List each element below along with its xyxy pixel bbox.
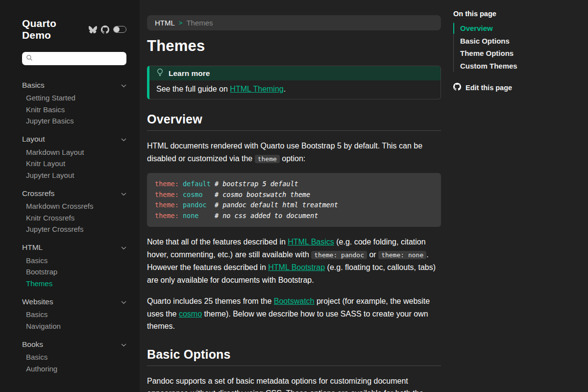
inline-link[interactable]: HTML Bootstrap [268, 263, 325, 271]
chevron-down-icon[interactable] [121, 189, 126, 198]
sidebar-nav: Basics Getting Started Knitr Basics Jupy… [22, 79, 126, 374]
section-heading-overview: Overview [147, 112, 441, 131]
chevron-down-icon[interactable] [121, 297, 126, 306]
section-label: Websites [22, 297, 53, 306]
sidebar-item-themes[interactable]: Themes [26, 278, 126, 290]
toc-item-custom-themes[interactable]: Custom Themes [454, 60, 583, 73]
section-label: Crossrefs [22, 189, 54, 198]
breadcrumb-current: Themes [186, 19, 213, 27]
brand-icons [89, 25, 126, 34]
sidebar-item-knitr-crossrefs[interactable]: Knitr Crossrefs [26, 212, 126, 224]
search-input[interactable] [36, 54, 124, 63]
section-items: Markdown Crossrefs Knitr Crossrefs Jupyt… [26, 200, 126, 235]
sidebar-section-html-header[interactable]: HTML [22, 242, 126, 254]
toc-item-basic-options[interactable]: Basic Options [454, 35, 583, 48]
left-sidebar: Quarto Demo Basics Getting Started Kn [0, 0, 140, 392]
sidebar-item-markdown-layout[interactable]: Markdown Layout [26, 147, 126, 158]
sidebar-item-jupyter-layout[interactable]: Jupyter Layout [26, 170, 126, 181]
chevron-down-icon[interactable] [121, 340, 126, 349]
sidebar-section-books: Books Basics Authoring [22, 338, 126, 374]
sidebar-section-basics: Basics Getting Started Knitr Basics Jupy… [22, 79, 126, 127]
section-items: Basics Authoring [26, 351, 126, 374]
sidebar-item-jupyter-crossrefs[interactable]: Jupyter Crossrefs [26, 223, 126, 235]
inline-link[interactable]: HTML Basics [288, 238, 334, 246]
sidebar-item-knitr-layout[interactable]: Knitr Layout [26, 158, 126, 170]
lightbulb-icon [156, 68, 164, 78]
callout-body: See the full guide on HTML Theming. [149, 80, 441, 99]
toc-item-overview[interactable]: Overview [454, 22, 583, 35]
code-line: theme: default # bootstrap 5 default [155, 179, 433, 190]
search-box[interactable] [22, 52, 126, 65]
toc-item-theme-options[interactable]: Theme Options [454, 47, 583, 60]
sidebar-item-bootstrap[interactable]: Bootstrap [26, 266, 126, 278]
section-label: Layout [22, 135, 45, 144]
callout-tip: Learn more See the full guide on HTML Th… [147, 66, 441, 99]
paragraph: Pandoc supports a set of basic metadata … [147, 375, 441, 392]
sidebar-item-navigation[interactable]: Navigation [26, 320, 126, 332]
code-line: theme: none # no css added to document [155, 211, 433, 221]
sidebar-item-getting-started[interactable]: Getting Started [26, 92, 126, 104]
sidebar-item-books-basics[interactable]: Basics [26, 351, 126, 363]
inline-code: theme: pandoc [311, 251, 367, 259]
sidebar-item-knitr-basics[interactable]: Knitr Basics [26, 104, 126, 116]
chevron-down-icon[interactable] [121, 135, 126, 144]
paragraph: Note that all of the features described … [147, 236, 441, 286]
edit-this-page-link[interactable]: Edit this page [453, 83, 583, 92]
code-block: theme: default # bootstrap 5 default the… [147, 173, 441, 227]
inline-code: theme [255, 155, 280, 163]
theme-toggle-icon[interactable] [113, 26, 126, 33]
section-items: Getting Started Knitr Basics Jupyter Bas… [26, 92, 126, 127]
inline-link[interactable]: cosmo [179, 310, 202, 318]
toc-sidebar: On this page Overview Basic Options Them… [441, 0, 588, 392]
sidebar-item-html-basics[interactable]: Basics [26, 255, 126, 267]
brand-row: Quarto Demo [22, 18, 126, 41]
section-label: Basics [22, 81, 45, 90]
github-icon [453, 83, 461, 92]
inline-link[interactable]: HTML Theming [230, 85, 283, 93]
inline-code: theme: none [378, 251, 426, 259]
search-icon [26, 54, 33, 63]
breadcrumb-separator: > [179, 19, 183, 26]
bluesky-icon[interactable] [89, 25, 97, 33]
sidebar-section-html: HTML Basics Bootstrap Themes [22, 242, 126, 290]
sidebar-item-authoring[interactable]: Authoring [26, 363, 126, 375]
toc-list: Overview Basic Options Theme Options Cus… [453, 22, 583, 72]
sidebar-section-layout-header[interactable]: Layout [22, 133, 126, 146]
sidebar-item-markdown-crossrefs[interactable]: Markdown Crossrefs [26, 200, 126, 212]
section-items: Basics Bootstrap Themes [26, 255, 126, 290]
sidebar-section-websites-header[interactable]: Websites [22, 295, 126, 308]
chevron-down-icon[interactable] [121, 243, 126, 252]
sidebar-section-websites: Websites Basics Navigation [22, 295, 126, 332]
paragraph: Quarto includes 25 themes from the Boots… [147, 295, 441, 333]
main-content: HTML > Themes Themes Learn more See the … [140, 0, 441, 392]
github-icon[interactable] [101, 25, 109, 34]
breadcrumb: HTML > Themes [147, 15, 441, 30]
code-line: theme: cosmo # cosmo bootswatch theme [155, 190, 433, 200]
sidebar-item-websites-basics[interactable]: Basics [26, 309, 126, 320]
sidebar-section-basics-header[interactable]: Basics [22, 79, 126, 91]
site-title[interactable]: Quarto Demo [22, 18, 83, 41]
section-heading-basic-options: Basic Options [147, 347, 441, 366]
sidebar-section-books-header[interactable]: Books [22, 338, 126, 350]
inline-link[interactable]: Bootswatch [274, 297, 315, 305]
paragraph: HTML documents rendered with Quarto use … [147, 140, 441, 165]
sidebar-section-layout: Layout Markdown Layout Knitr Layout Jupy… [22, 133, 126, 181]
callout-header: Learn more [149, 66, 441, 80]
edit-this-page-label: Edit this page [466, 84, 512, 92]
chevron-down-icon[interactable] [121, 81, 126, 90]
toc-title: On this page [453, 10, 583, 18]
sidebar-section-crossrefs: Crossrefs Markdown Crossrefs Knitr Cross… [22, 187, 126, 235]
page-title: Themes [147, 37, 441, 55]
section-items: Basics Navigation [26, 309, 126, 332]
section-items: Markdown Layout Knitr Layout Jupyter Lay… [26, 147, 126, 181]
code-line: theme: pandoc # pandoc default html trea… [155, 200, 433, 211]
toggle-knob [114, 26, 120, 32]
sidebar-item-jupyter-basics[interactable]: Jupyter Basics [26, 115, 126, 127]
section-label: Books [22, 340, 43, 349]
sidebar-section-crossrefs-header[interactable]: Crossrefs [22, 187, 126, 199]
callout-title: Learn more [169, 69, 210, 78]
section-label: HTML [22, 243, 43, 252]
breadcrumb-link-html[interactable]: HTML [155, 19, 175, 27]
